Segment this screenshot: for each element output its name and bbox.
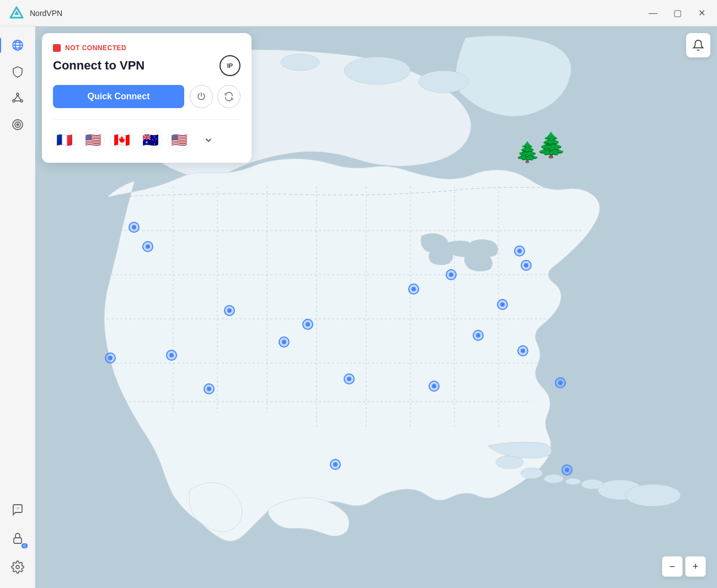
- minimize-button[interactable]: —: [646, 7, 660, 20]
- status-text: NOT CONNECTED: [65, 44, 126, 52]
- map-pin[interactable]: [330, 459, 341, 470]
- active-indicator: [0, 38, 1, 53]
- map-pin[interactable]: [279, 336, 290, 348]
- sidebar-item-help[interactable]: ?: [6, 498, 30, 522]
- svg-point-5: [17, 93, 19, 95]
- map-pin[interactable]: [521, 260, 532, 271]
- sidebar-item-threat[interactable]: [6, 113, 30, 137]
- svg-point-27: [625, 484, 681, 506]
- sidebar-item-meshnet[interactable]: [6, 86, 30, 110]
- notification-bell[interactable]: [686, 33, 710, 57]
- map-pin[interactable]: [517, 345, 528, 356]
- map-pin[interactable]: [497, 299, 508, 310]
- status-row: NOT CONNECTED: [53, 44, 240, 52]
- shield-icon: [11, 65, 24, 78]
- help-icon: ?: [11, 503, 24, 516]
- tree-icon2: 🌲: [536, 131, 566, 159]
- sidebar-item-security[interactable]: 0: [6, 526, 30, 550]
- svg-text:?: ?: [17, 506, 19, 511]
- svg-line-8: [14, 95, 18, 100]
- security-badge: 0: [22, 543, 27, 548]
- connect-row: Connect to VPN IP: [53, 55, 240, 76]
- main-layout: ? 0: [0, 26, 717, 588]
- map-pin[interactable]: [408, 284, 419, 295]
- recent-flags: 🇫🇷 🇺🇸 🇨🇦 🇦🇺 🇺🇸: [53, 129, 240, 152]
- title-bar: NordVPN — ▢ ✕: [0, 0, 717, 26]
- sidebar-item-settings[interactable]: [6, 555, 30, 579]
- connection-panel: NOT CONNECTED Connect to VPN IP Quick Co…: [42, 33, 252, 163]
- svg-rect-15: [14, 538, 22, 543]
- map-pin[interactable]: [561, 464, 572, 475]
- window-controls: — ▢ ✕: [646, 7, 708, 20]
- map-pin[interactable]: [105, 352, 116, 364]
- divider: [53, 119, 240, 120]
- maximize-button[interactable]: ▢: [671, 7, 684, 20]
- flag-australia[interactable]: 🇦🇺: [139, 129, 162, 152]
- chevron-down-icon: [204, 135, 213, 145]
- svg-point-22: [521, 468, 543, 479]
- zoom-in-button[interactable]: +: [685, 556, 706, 577]
- power-button[interactable]: [190, 85, 213, 108]
- svg-line-9: [18, 95, 21, 100]
- map-pin[interactable]: [302, 319, 313, 330]
- map-pin[interactable]: [429, 381, 440, 392]
- sidebar-bottom: ? 0: [6, 498, 30, 581]
- sidebar-item-map[interactable]: [6, 33, 30, 57]
- status-icon: [53, 44, 61, 52]
- action-buttons: [190, 85, 240, 108]
- zoom-controls: − +: [662, 556, 706, 577]
- svg-point-13: [17, 124, 18, 126]
- lock-icon: [11, 532, 24, 545]
- app-logo: [9, 6, 24, 21]
- connect-title: Connect to VPN: [53, 58, 145, 73]
- map-pin[interactable]: [224, 305, 235, 316]
- mesh-icon: [11, 92, 24, 105]
- map-pin[interactable]: [129, 222, 140, 233]
- settings-icon: [11, 560, 24, 574]
- flag-canada[interactable]: 🇨🇦: [110, 129, 133, 152]
- svg-point-18: [344, 57, 410, 84]
- quick-connect-button[interactable]: Quick Connect: [53, 85, 184, 108]
- svg-point-19: [419, 71, 468, 93]
- map-pin[interactable]: [142, 241, 153, 252]
- map-pin[interactable]: [514, 245, 525, 256]
- expand-flags-button[interactable]: [199, 130, 218, 150]
- close-button[interactable]: ✕: [695, 7, 708, 20]
- ip-badge[interactable]: IP: [220, 55, 240, 76]
- zoom-out-button[interactable]: −: [662, 556, 683, 577]
- svg-point-20: [281, 54, 319, 71]
- flag-france[interactable]: 🇫🇷: [53, 129, 76, 152]
- map-area: 🌲 🌲 NOT CONNECTED Connect to VPN IP Quic…: [35, 26, 717, 588]
- svg-point-23: [544, 474, 564, 483]
- globe-icon: [11, 39, 24, 52]
- map-pin[interactable]: [204, 383, 215, 394]
- map-pin[interactable]: [166, 350, 177, 361]
- sidebar: ? 0: [0, 26, 35, 588]
- map-pin[interactable]: [446, 269, 457, 280]
- refresh-icon: [224, 92, 234, 101]
- flag-usa2[interactable]: 🇺🇸: [168, 129, 191, 152]
- power-icon: [196, 92, 206, 101]
- svg-point-16: [16, 565, 19, 569]
- map-pin[interactable]: [473, 330, 484, 341]
- map-pin[interactable]: [344, 373, 355, 384]
- flag-usa[interactable]: 🇺🇸: [82, 129, 105, 152]
- svg-point-24: [565, 478, 581, 485]
- btn-row: Quick Connect: [53, 85, 240, 108]
- app-title: NordVPN: [30, 9, 62, 18]
- reconnect-button[interactable]: [217, 85, 240, 108]
- sidebar-item-shield[interactable]: [6, 60, 30, 84]
- map-pin[interactable]: [555, 377, 566, 388]
- target-icon: [11, 118, 24, 131]
- bell-icon: [692, 39, 704, 51]
